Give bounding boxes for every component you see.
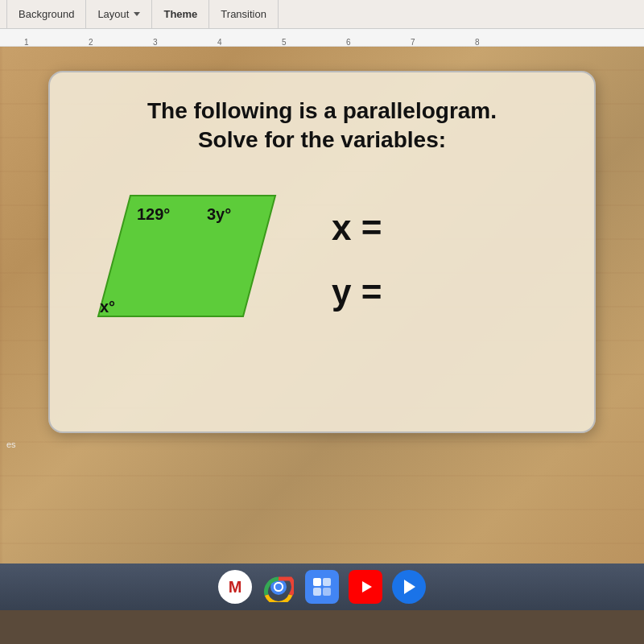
gmail-icon: M: [229, 578, 242, 597]
y-variable-label: y =: [332, 272, 382, 312]
angle-bottom-left-label: x°: [100, 298, 115, 316]
play-icon: [399, 577, 419, 597]
menu-item-transition[interactable]: Transition: [209, 0, 279, 28]
angle-top-right-label: 3y°: [207, 205, 231, 223]
app3-icon: [312, 576, 332, 597]
menu-item-background[interactable]: Background: [6, 0, 86, 28]
taskbar-icon-gmail[interactable]: M: [218, 570, 252, 604]
taskbar-icon-youtube[interactable]: [349, 570, 382, 604]
svg-marker-12: [404, 580, 415, 594]
angle-top-left-label: 129°: [137, 205, 170, 223]
slide-title: The following is a parallelogram. Solve …: [147, 97, 497, 155]
taskbar: M: [0, 564, 644, 610]
variables-display: x = y =: [332, 208, 382, 312]
menu-item-layout[interactable]: Layout: [86, 0, 152, 28]
svg-rect-9: [323, 588, 331, 596]
menu-label-transition: Transition: [221, 8, 266, 20]
side-label: es: [6, 440, 16, 449]
menu-item-theme[interactable]: Theme: [152, 0, 209, 28]
ruler-tick-4: 4: [217, 38, 222, 47]
chrome-icon: [263, 572, 294, 602]
ruler-tick-6: 6: [346, 38, 351, 47]
y-variable-line: y =: [332, 272, 382, 312]
ruler-tick-2: 2: [89, 38, 93, 47]
ruler: 1 2 3 4 5 6 7 8: [0, 29, 644, 47]
ruler-content: 1 2 3 4 5 6 7 8: [0, 29, 644, 46]
menu-label-theme: Theme: [163, 8, 197, 20]
svg-point-5: [275, 584, 282, 590]
taskbar-icon-play[interactable]: [392, 570, 426, 604]
side-label-text: es: [6, 440, 16, 449]
ruler-tick-1: 1: [24, 38, 29, 47]
x-variable-label: x =: [332, 208, 382, 247]
slide-title-line2: Solve for the variables:: [198, 127, 446, 152]
x-variable-line: x =: [332, 208, 382, 248]
chevron-down-icon: [134, 12, 140, 16]
content-row: 129° 3y° x° x = y =: [82, 180, 562, 341]
svg-rect-7: [323, 578, 331, 586]
slide-title-line1: The following is a parallelogram.: [147, 98, 497, 123]
parallelogram-svg: 129° 3y° x°: [82, 180, 291, 341]
menu-label-background: Background: [19, 8, 74, 20]
menu-label-layout: Layout: [97, 8, 129, 20]
youtube-icon: [354, 578, 377, 596]
main-area: The following is a parallelogram. Solve …: [0, 47, 644, 610]
ruler-tick-3: 3: [153, 38, 158, 47]
parallelogram-container: 129° 3y° x°: [82, 180, 291, 341]
svg-rect-8: [313, 588, 321, 596]
svg-rect-6: [313, 578, 321, 586]
taskbar-icon-app3[interactable]: [305, 570, 339, 604]
slide-card: The following is a parallelogram. Solve …: [48, 71, 596, 433]
ruler-tick-5: 5: [282, 38, 287, 47]
taskbar-icon-chrome[interactable]: [262, 570, 295, 604]
menu-bar: Background Layout Theme Transition: [0, 0, 644, 29]
ruler-tick-8: 8: [475, 38, 480, 47]
ruler-tick-7: 7: [411, 38, 415, 47]
svg-marker-0: [98, 196, 275, 316]
